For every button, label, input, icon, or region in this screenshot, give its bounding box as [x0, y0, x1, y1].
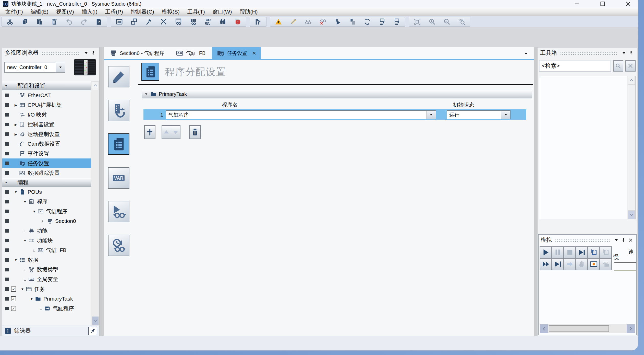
- menu-item[interactable]: 插入(I): [78, 8, 101, 16]
- expander-icon[interactable]: ▶: [13, 132, 19, 136]
- panel-grip[interactable]: [42, 52, 79, 55]
- panel-grip[interactable]: [555, 239, 610, 242]
- toolbar-zoom-out-button[interactable]: [440, 17, 454, 26]
- editor-edit-button[interactable]: [108, 66, 129, 87]
- scroll-up-icon[interactable]: [628, 76, 635, 85]
- menu-item[interactable]: 控制器(C): [127, 8, 158, 16]
- tree-item[interactable]: ✓ 任务设置: [2, 158, 91, 168]
- tab-close-icon[interactable]: [252, 51, 256, 55]
- toolbar-paste-button[interactable]: [32, 17, 47, 26]
- delete-program-button[interactable]: [189, 125, 201, 139]
- tree-item[interactable]: ✓ ▶ CPU/扩展机架: [2, 100, 91, 110]
- panel-menu-icon[interactable]: [620, 49, 627, 56]
- tree-item[interactable]: ✓ ▶ 运动控制设置: [2, 129, 91, 139]
- toolbar-cut-button[interactable]: [3, 17, 17, 26]
- expander-icon[interactable]: ▼: [29, 297, 34, 301]
- sim-watch-variables-button[interactable]: VAR: [600, 258, 612, 270]
- initial-state-select[interactable]: 运行: [447, 110, 511, 119]
- tree-item[interactable]: ✓ Cam数据设置: [2, 139, 91, 149]
- tree-item[interactable]: ✓ ▼ 任务: [2, 284, 91, 294]
- tree-item[interactable]: ✓ 数据跟踪设置: [2, 168, 91, 178]
- editor-variables-button[interactable]: VAR: [108, 167, 129, 189]
- expander-icon[interactable]: ▼: [13, 258, 19, 262]
- sim-step-run-button[interactable]: [576, 246, 588, 258]
- add-program-button[interactable]: [144, 125, 155, 139]
- panel-grip[interactable]: [560, 52, 617, 55]
- explorer-scrollbar[interactable]: [91, 81, 99, 326]
- sim-pause-button[interactable]: [552, 246, 564, 258]
- expander-icon[interactable]: ∟: [31, 248, 37, 252]
- speed-slider[interactable]: [614, 262, 637, 263]
- expander-icon[interactable]: ∟: [22, 268, 28, 272]
- sim-breakpoint-window-button[interactable]: [588, 258, 600, 270]
- expander-icon[interactable]: ▼: [31, 210, 37, 213]
- menu-item[interactable]: 视图(V): [52, 8, 78, 16]
- tree-item[interactable]: ✓ ∟ 功能: [2, 226, 91, 236]
- sim-run-continuous-button[interactable]: [540, 258, 552, 270]
- collapse-icon[interactable]: [144, 92, 148, 96]
- minimize-button[interactable]: [574, 1, 580, 7]
- simulation-hscrollbar[interactable]: [540, 324, 635, 333]
- expander-icon[interactable]: ∟: [22, 229, 28, 233]
- toolbar-zoom-in-button[interactable]: [425, 17, 439, 26]
- scroll-up-icon[interactable]: [92, 81, 99, 90]
- search-input[interactable]: [539, 60, 618, 72]
- toolbar-view-3d-button[interactable]: 3D: [112, 17, 126, 26]
- search-button[interactable]: [613, 60, 623, 72]
- tab-section0[interactable]: Section0 - 气缸程序: [105, 47, 169, 59]
- expander-icon[interactable]: ▼: [4, 84, 8, 88]
- pin-icon[interactable]: [620, 236, 627, 244]
- tree-item[interactable]: ✓ EtherCAT: [2, 90, 91, 100]
- tab-cylinder-fb[interactable]: 气缸_FB: [171, 47, 210, 59]
- controller-select[interactable]: new_Controller_0: [4, 62, 65, 73]
- menu-item[interactable]: 工具(T): [184, 8, 209, 16]
- editor-program-assignment-button[interactable]: [108, 133, 129, 155]
- expander-icon[interactable]: ∟: [22, 278, 28, 281]
- tree-item[interactable]: ✓ ∟ 数据类型: [2, 265, 91, 274]
- sim-step-over-button[interactable]: [600, 246, 612, 258]
- toolbar-copy-button[interactable]: [18, 17, 32, 26]
- editor-program-monitor-button[interactable]: [108, 201, 129, 222]
- toolbar-check-program-button[interactable]: [251, 17, 265, 26]
- tree-item[interactable]: ✓ ▼ 数据: [2, 255, 91, 265]
- tree-item[interactable]: ✓ ▼ 气缸程序: [2, 207, 91, 216]
- move-down-button[interactable]: [171, 125, 180, 139]
- task-checkbox[interactable]: ✓: [11, 287, 16, 292]
- toolbar-program-mode-button[interactable]: [345, 17, 360, 26]
- tree-item[interactable]: ✓ ▼ POUs: [2, 187, 91, 197]
- expander-icon[interactable]: ▶: [13, 123, 19, 127]
- tree-item[interactable]: ✓ 事件设置: [2, 149, 91, 158]
- toolbar-zoom-100-button[interactable]: 100: [455, 17, 469, 26]
- toolbar-fit-view-button[interactable]: [410, 17, 424, 26]
- toolbar-build-button[interactable]: [142, 17, 156, 26]
- toolbar-delete-button[interactable]: [47, 17, 62, 26]
- program-row[interactable]: 1 气缸程序 运行: [143, 109, 526, 120]
- tree-item[interactable]: ✓ ∟ var 全局变量: [2, 274, 91, 284]
- pin-icon[interactable]: [90, 49, 97, 56]
- tab-task-settings[interactable]: 任务设置: [212, 47, 261, 59]
- close-panel-icon[interactable]: [627, 236, 634, 244]
- expander-icon[interactable]: ∟: [38, 307, 44, 311]
- sim-manual-operation-button[interactable]: [576, 258, 588, 270]
- editor-task-execution-monitor-button[interactable]: [108, 235, 129, 256]
- menu-item[interactable]: 窗口(W): [209, 8, 236, 16]
- panel-menu-icon[interactable]: [82, 49, 90, 56]
- dropdown-arrow-icon[interactable]: [427, 111, 436, 119]
- toolbox-scrollbar[interactable]: [627, 76, 635, 219]
- tree-item[interactable]: ✓ ▼ 功能块: [2, 236, 91, 245]
- toolbar-redo-button[interactable]: [77, 17, 91, 26]
- primary-task-group-header[interactable]: PrimaryTask: [142, 90, 532, 98]
- scroll-right-icon[interactable]: [627, 324, 635, 333]
- speed-slider-track[interactable]: [614, 270, 637, 271]
- menu-item[interactable]: 编辑(E): [27, 8, 52, 16]
- tree-item[interactable]: ✓ ▼ 配置和设置: [2, 82, 91, 90]
- tree-item[interactable]: ✓ ▼ 编程: [2, 178, 91, 187]
- toolbar-watch-table-button[interactable]: [186, 17, 200, 26]
- expander-icon[interactable]: ▼: [22, 239, 28, 243]
- menu-item[interactable]: 工程(P): [101, 8, 127, 16]
- task-checkbox[interactable]: ✓: [11, 306, 16, 311]
- expander-icon[interactable]: ▼: [13, 190, 19, 194]
- left-splitter[interactable]: [100, 47, 104, 336]
- menu-item[interactable]: 模拟(S): [158, 8, 184, 16]
- menu-item[interactable]: 文件(F): [2, 8, 27, 16]
